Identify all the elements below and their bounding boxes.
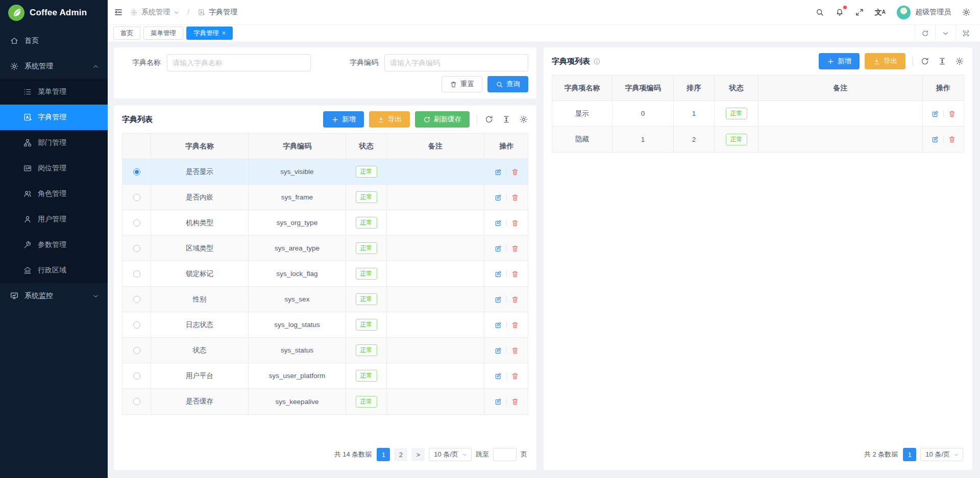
- page-jump-input[interactable]: [493, 448, 517, 461]
- sidebar-item-post-mgmt[interactable]: 岗位管理: [0, 156, 108, 181]
- delete-icon[interactable]: [948, 135, 956, 143]
- row-radio[interactable]: [133, 321, 140, 329]
- row-radio[interactable]: [133, 372, 140, 380]
- edit-icon[interactable]: [931, 110, 939, 118]
- tab-options-chevron-icon[interactable]: [935, 25, 955, 41]
- delete-icon[interactable]: [511, 397, 519, 406]
- sidebar-item-param-mgmt[interactable]: 参数管理: [0, 232, 108, 258]
- table-settings-gear-icon[interactable]: [519, 115, 528, 124]
- sidebar-item-label: 字典管理: [38, 113, 100, 122]
- page-button-2[interactable]: 2: [394, 448, 407, 461]
- fullscreen-icon[interactable]: [855, 8, 864, 17]
- dict-name-input[interactable]: [167, 54, 311, 71]
- edit-icon[interactable]: [494, 321, 502, 329]
- delete-icon[interactable]: [511, 295, 519, 304]
- table-row[interactable]: 显示 0 1 正常: [552, 101, 964, 127]
- page-button-1[interactable]: 1: [903, 448, 916, 461]
- search-icon[interactable]: [815, 8, 824, 17]
- reset-button[interactable]: 重置: [442, 76, 482, 92]
- edit-icon[interactable]: [494, 372, 502, 380]
- dict-name-cell: 用户平台: [151, 363, 249, 388]
- next-page-button[interactable]: >: [411, 448, 425, 461]
- row-radio[interactable]: [133, 270, 140, 278]
- sidebar-item-label: 首页: [24, 36, 100, 45]
- sidebar-item-home[interactable]: 首页: [0, 28, 108, 54]
- sidebar-item-dept-mgmt[interactable]: 部门管理: [0, 130, 108, 156]
- delete-icon[interactable]: [948, 110, 956, 118]
- table-row[interactable]: 锁定标记 sys_lock_flag 正常: [122, 261, 528, 287]
- table-row[interactable]: 日志状态 sys_log_status 正常: [122, 312, 528, 338]
- refresh-page-icon[interactable]: [915, 25, 935, 41]
- refresh-cache-button[interactable]: 刷新缓存: [415, 111, 470, 128]
- add-dict-item-button[interactable]: 新增: [819, 53, 860, 69]
- table-settings-gear-icon[interactable]: [955, 57, 964, 66]
- row-height-icon[interactable]: [502, 115, 511, 124]
- export-dict-item-button[interactable]: 导出: [865, 53, 905, 69]
- page-size-select[interactable]: 10 条/页: [429, 448, 472, 461]
- page-button-1[interactable]: 1: [377, 448, 390, 461]
- row-radio[interactable]: [133, 296, 140, 303]
- edit-icon[interactable]: [494, 219, 502, 227]
- delete-icon[interactable]: [511, 168, 519, 176]
- edit-icon[interactable]: [494, 168, 502, 176]
- row-radio[interactable]: [133, 194, 140, 201]
- query-button[interactable]: 查询: [487, 76, 528, 92]
- table-row[interactable]: 是否缓存 sys_keepalive 正常: [122, 389, 528, 414]
- breadcrumb-parent[interactable]: 系统管理: [130, 8, 179, 17]
- tab-menu-mgmt[interactable]: 菜单管理: [143, 27, 183, 40]
- sidebar-item-system[interactable]: 系统管理: [0, 54, 108, 79]
- delete-icon[interactable]: [511, 321, 519, 329]
- row-radio[interactable]: [133, 347, 140, 354]
- refresh-table-icon[interactable]: [920, 57, 929, 66]
- maximize-content-icon[interactable]: [955, 25, 976, 41]
- add-dict-button[interactable]: 新增: [323, 111, 364, 128]
- roles-icon: [23, 189, 32, 198]
- delete-icon[interactable]: [511, 346, 519, 355]
- delete-icon[interactable]: [511, 219, 519, 227]
- sidebar-item-user-mgmt[interactable]: 用户管理: [0, 207, 108, 232]
- table-row[interactable]: 隐藏 1 2 正常: [552, 127, 964, 152]
- sidebar-item-monitor[interactable]: 系统监控: [0, 283, 108, 309]
- delete-icon[interactable]: [511, 372, 519, 380]
- table-row[interactable]: 区域类型 sys_area_type 正常: [122, 236, 528, 261]
- delete-icon[interactable]: [511, 244, 519, 253]
- table-row[interactable]: 机构类型 sys_org_type 正常: [122, 210, 528, 236]
- sidebar-item-dict-mgmt[interactable]: 字典管理: [0, 105, 108, 130]
- dict-code-input[interactable]: [384, 54, 528, 71]
- edit-icon[interactable]: [494, 397, 502, 406]
- edit-icon[interactable]: [494, 193, 502, 202]
- sidebar-item-role-mgmt[interactable]: 角色管理: [0, 181, 108, 207]
- row-radio[interactable]: [133, 219, 140, 227]
- page-size-select[interactable]: 10 条/页: [920, 448, 963, 461]
- close-tab-icon[interactable]: ×: [222, 30, 226, 37]
- edit-icon[interactable]: [494, 244, 502, 253]
- edit-icon[interactable]: [494, 270, 502, 278]
- table-row[interactable]: 用户平台 sys_user_platform 正常: [122, 363, 528, 389]
- sidebar-item-region[interactable]: 行政区域: [0, 258, 108, 283]
- translate-icon[interactable]: 文A: [875, 9, 886, 16]
- export-dict-button[interactable]: 导出: [369, 111, 410, 128]
- dict-code-cell: sys_org_type: [249, 210, 346, 235]
- row-height-icon[interactable]: [938, 57, 947, 66]
- table-row[interactable]: 状态 sys_status 正常: [122, 338, 528, 363]
- delete-icon[interactable]: [511, 193, 519, 202]
- edit-icon[interactable]: [494, 346, 502, 355]
- refresh-table-icon[interactable]: [484, 115, 494, 124]
- edit-icon[interactable]: [494, 295, 502, 304]
- edit-icon[interactable]: [931, 135, 939, 143]
- sidebar-item-menu-mgmt[interactable]: 菜单管理: [0, 79, 108, 105]
- row-radio[interactable]: [133, 168, 140, 175]
- sidebar-collapse-icon[interactable]: [114, 8, 123, 17]
- table-row[interactable]: 是否内嵌 sys_frame 正常: [122, 185, 528, 210]
- table-row[interactable]: 是否显示 sys_visible 正常: [122, 159, 528, 185]
- delete-icon[interactable]: [511, 270, 519, 278]
- table-row[interactable]: 性别 sys_sex 正常: [122, 287, 528, 312]
- settings-gear-icon[interactable]: [962, 8, 971, 17]
- row-radio[interactable]: [133, 245, 140, 252]
- tab-dict-mgmt[interactable]: 字典管理 ×: [186, 27, 233, 40]
- row-radio[interactable]: [133, 398, 140, 405]
- tab-home[interactable]: 首页: [113, 27, 140, 40]
- info-icon[interactable]: [593, 58, 601, 65]
- notifications-bell-icon[interactable]: [835, 8, 844, 17]
- user-menu[interactable]: 超级管理员: [896, 5, 951, 20]
